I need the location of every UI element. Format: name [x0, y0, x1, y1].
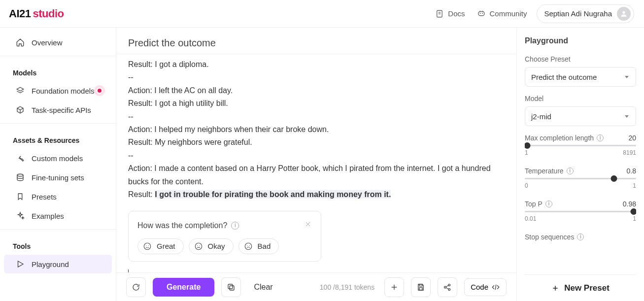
- feedback-card: How was the completion? Great: [128, 211, 321, 261]
- svg-marker-37: [625, 115, 629, 118]
- top-p-slider[interactable]: [525, 211, 636, 212]
- info-icon[interactable]: [545, 201, 552, 207]
- editor-line: --: [128, 110, 505, 123]
- svg-point-22: [247, 245, 247, 246]
- temperature-label-text: Temperature: [525, 167, 564, 175]
- custom-models-label: Custom models: [32, 154, 83, 163]
- temperature-control: Temperature 0.8 0 1: [525, 167, 636, 189]
- feedback-bad-button[interactable]: Bad: [238, 238, 279, 254]
- svg-line-7: [482, 11, 483, 12]
- max-length-control: Max completion length 20 1 8191: [525, 134, 636, 156]
- stop-sequences-label-text: Stop sequences: [525, 233, 574, 241]
- share-button[interactable]: [438, 277, 457, 297]
- page-title: Predict the outcome: [116, 28, 516, 54]
- user-menu[interactable]: Septian Adi Nugraha: [537, 4, 634, 23]
- play-icon: [16, 260, 25, 268]
- clear-button[interactable]: Clear: [248, 279, 278, 296]
- sidebar-item-playground[interactable]: Playground: [4, 255, 112, 273]
- temperature-value: 0.8: [627, 167, 636, 175]
- docs-label: Docs: [448, 9, 465, 18]
- slider-thumb[interactable]: [631, 208, 636, 215]
- settings-scroll[interactable]: Playground Choose Preset Predict the out…: [525, 36, 636, 274]
- svg-point-21: [245, 243, 252, 250]
- editor-line: Action: I made a content based on a Harr…: [128, 162, 505, 188]
- app-header: AI21 studio Docs Community Septian Adi N…: [0, 0, 644, 28]
- result-prefix: Result:: [128, 190, 155, 199]
- info-icon[interactable]: [597, 134, 604, 141]
- choose-preset-label: Choose Preset: [525, 55, 636, 63]
- community-icon: [477, 9, 486, 18]
- max-length-label-text: Max completion length: [525, 134, 594, 142]
- editor-scroll[interactable]: Result: I got a diploma. -- Action: I le…: [116, 54, 516, 272]
- info-icon[interactable]: [231, 222, 239, 230]
- svg-line-6: [480, 11, 480, 12]
- sidebar-item-examples[interactable]: Examples: [4, 206, 112, 225]
- brand-ai21: AI21: [9, 7, 31, 20]
- model-value: j2-mid: [531, 112, 551, 121]
- new-preset-button[interactable]: New Preset: [525, 274, 636, 301]
- editor-line-generated: Result: I got in trouble for pirating th…: [128, 188, 505, 201]
- presets-label: Presets: [32, 193, 57, 201]
- svg-point-19: [197, 245, 198, 246]
- feedback-title: How was the completion?: [137, 219, 239, 232]
- feedback-okay-button[interactable]: Okay: [189, 238, 234, 254]
- svg-line-34: [446, 287, 448, 289]
- active-indicator-icon: [94, 85, 105, 96]
- svg-point-16: [148, 245, 149, 246]
- smile-icon: [143, 242, 152, 251]
- temperature-slider[interactable]: [525, 178, 636, 179]
- panel-title: Playground: [525, 36, 636, 45]
- sidebar-item-presets[interactable]: Presets: [4, 187, 112, 206]
- docs-link[interactable]: Docs: [433, 6, 467, 21]
- plus-icon: [551, 284, 559, 292]
- preset-select[interactable]: Predict the outcome: [525, 67, 636, 87]
- chevron-down-icon: [624, 74, 630, 80]
- model-select[interactable]: j2-mid: [525, 106, 636, 126]
- sidebar-item-fine-tuning[interactable]: Fine-tuning sets: [4, 168, 112, 187]
- prompt-editor[interactable]: Result: I got a diploma. -- Action: I le…: [128, 54, 505, 272]
- editor-line: --: [128, 149, 505, 162]
- feedback-title-text: How was the completion?: [137, 219, 227, 232]
- svg-line-35: [495, 284, 496, 290]
- feedback-buttons: Great Okay Bad: [137, 238, 312, 254]
- max-length-slider[interactable]: [525, 145, 636, 146]
- svg-point-4: [479, 13, 480, 14]
- temperature-range: 0 1: [525, 182, 636, 189]
- code-icon: [491, 283, 500, 292]
- max-length-label: Max completion length: [525, 134, 604, 142]
- info-icon[interactable]: [567, 167, 574, 174]
- sidebar-item-task-apis[interactable]: Task-specific APIs: [4, 100, 112, 119]
- plus-icon: [390, 283, 399, 292]
- wrench-icon: [16, 154, 25, 163]
- code-button[interactable]: Code: [464, 278, 507, 296]
- svg-line-33: [446, 285, 448, 287]
- brand-logo[interactable]: AI21 studio: [9, 7, 64, 20]
- code-label: Code: [471, 283, 488, 291]
- docs-icon: [435, 9, 444, 18]
- feedback-close-button[interactable]: [304, 219, 312, 232]
- examples-label: Examples: [32, 212, 64, 220]
- save-button[interactable]: [411, 277, 431, 297]
- editor-line: --: [128, 71, 505, 84]
- generate-button[interactable]: Generate: [153, 278, 214, 297]
- top-p-label: Top P: [525, 200, 552, 208]
- svg-rect-29: [419, 287, 422, 290]
- slider-thumb[interactable]: [610, 175, 617, 182]
- community-link[interactable]: Community: [475, 6, 529, 21]
- info-icon[interactable]: [577, 234, 584, 240]
- editor-line: Result: I got a high utility bill.: [128, 97, 505, 110]
- sidebar-item-overview[interactable]: Overview: [4, 33, 112, 52]
- feedback-great-button[interactable]: Great: [137, 238, 184, 254]
- regenerate-button[interactable]: [126, 277, 146, 297]
- divider: [0, 123, 116, 124]
- add-button[interactable]: [384, 277, 404, 297]
- svg-point-17: [195, 243, 202, 250]
- sidebar-item-custom-models[interactable]: Custom models: [4, 149, 112, 167]
- svg-point-23: [249, 245, 249, 246]
- sidebar-item-foundation-models[interactable]: Foundation models: [4, 81, 112, 100]
- slider-thumb[interactable]: [525, 142, 530, 149]
- feedback-header: How was the completion?: [137, 219, 312, 232]
- copy-button[interactable]: [221, 277, 241, 297]
- bottom-toolbar: Generate Clear 100 /8,191 tokens Code: [116, 272, 516, 301]
- range-max: 1: [633, 182, 636, 189]
